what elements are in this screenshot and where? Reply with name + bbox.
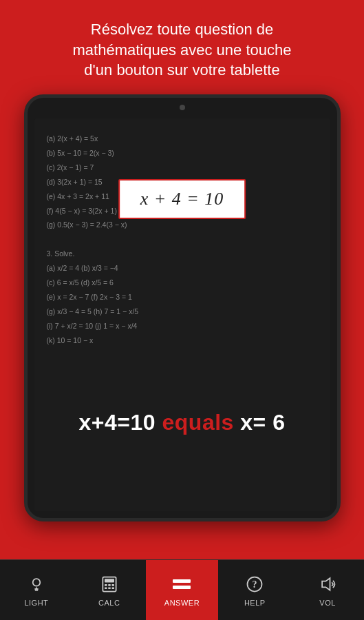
- svg-rect-12: [173, 579, 191, 583]
- svg-rect-6: [105, 584, 107, 586]
- calc-icon: [98, 573, 120, 595]
- nav-label-help: HELP: [244, 599, 266, 607]
- equation-text: x + 4 = 10: [140, 189, 224, 209]
- nav-bar: LIGHT CALC ANSWER: [0, 559, 364, 620]
- worksheet-line: (a) 2(x + 4) = 5x: [47, 132, 318, 145]
- tablet-screen: (a) 2(x + 4) = 5x(b) 5x − 10 = 2(x − 3)(…: [34, 118, 330, 511]
- nav-item-light[interactable]: LIGHT: [0, 560, 73, 620]
- tablet-camera: [180, 105, 185, 110]
- svg-point-0: [33, 579, 41, 586]
- worksheet-line: 3. Solve.: [47, 247, 318, 260]
- worksheet-line: (i) 7 + x/2 = 10 (j) 1 = x − x/4: [47, 320, 318, 333]
- svg-rect-8: [111, 584, 114, 586]
- worksheet-line: (c) 2(x − 1) = 7: [47, 161, 318, 174]
- tablet: (a) 2(x + 4) = 5x(b) 5x − 10 = 2(x − 3)(…: [24, 94, 341, 521]
- header-section: Résolvez toute question de mathématiques…: [0, 0, 364, 94]
- svg-rect-10: [108, 587, 111, 589]
- svg-rect-7: [108, 584, 111, 586]
- tablet-wrapper: (a) 2(x + 4) = 5x(b) 5x − 10 = 2(x − 3)(…: [0, 94, 364, 521]
- worksheet-line: (b) 5x − 10 = 2(x − 3): [47, 147, 318, 160]
- solution-answer: x= 6: [234, 410, 286, 435]
- svg-rect-5: [105, 579, 114, 582]
- worksheet-line: (c) 6 = x/5 (d) x/5 = 6: [47, 276, 318, 289]
- worksheet-line: (a) x/2 = 4 (b) x/3 = −4: [47, 262, 318, 275]
- svg-rect-9: [105, 587, 107, 589]
- nav-item-help[interactable]: ? HELP: [218, 560, 291, 620]
- worksheet-line: (e) x = 2x − 7 (f) 2x − 3 = 1: [47, 291, 318, 304]
- header-line1: Résolvez toute question de: [91, 21, 273, 38]
- worksheet-line: (k) 10 = 10 − x: [47, 334, 318, 347]
- header-line3: d'un bouton sur votre tablette: [84, 61, 279, 79]
- nav-item-calc[interactable]: CALC: [73, 560, 146, 620]
- vol-icon: [317, 573, 339, 595]
- nav-label-vol: VOL: [319, 599, 336, 607]
- nav-label-answer: ANSWER: [164, 599, 200, 607]
- light-icon: [25, 573, 47, 595]
- nav-label-light: LIGHT: [24, 599, 48, 607]
- nav-item-vol[interactable]: VOL: [291, 560, 364, 620]
- svg-text:?: ?: [253, 579, 257, 590]
- solution-display: x+4=10 equals x= 6: [34, 410, 330, 435]
- header-line2: mathématiques avec une touche: [73, 41, 292, 59]
- svg-rect-13: [173, 586, 191, 589]
- worksheet-line: (g) 0.5(x − 3) = 2.4(3 − x): [47, 218, 318, 231]
- equation-box: x + 4 = 10: [118, 179, 246, 219]
- svg-marker-16: [322, 578, 330, 590]
- svg-rect-11: [111, 587, 114, 589]
- solution-equation: x+4=10: [79, 410, 156, 435]
- worksheet-line: (g) x/3 − 4 = 5 (h) 7 = 1 − x/5: [47, 305, 318, 318]
- help-icon: ?: [244, 573, 266, 595]
- answer-icon: [171, 573, 193, 595]
- solution-equals-word: equals: [156, 410, 234, 435]
- nav-item-answer[interactable]: ANSWER: [146, 560, 219, 620]
- nav-label-calc: CALC: [98, 599, 120, 607]
- worksheet-line: [47, 233, 318, 246]
- worksheet-bg: (a) 2(x + 4) = 5x(b) 5x − 10 = 2(x − 3)(…: [34, 118, 330, 511]
